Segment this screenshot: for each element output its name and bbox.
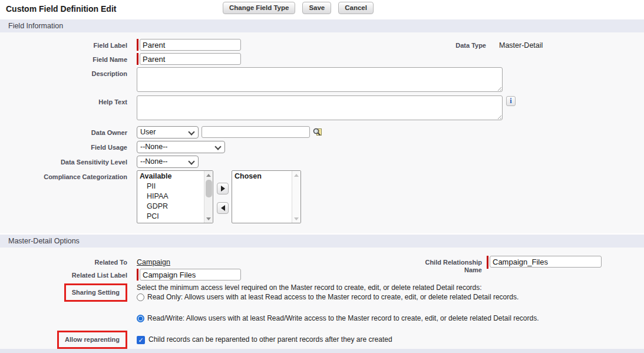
related-to-row: Related To Campaign Child Relationship N… — [0, 256, 644, 266]
related-list-label-label: Related List Label — [0, 269, 132, 279]
cancel-button[interactable]: Cancel — [338, 2, 374, 14]
field-label-row: Field Label Data Type Master-Detail — [0, 39, 644, 51]
allow-reparenting-checkbox[interactable]: ✓ — [137, 336, 145, 344]
data-owner-type-select-wrap: User — [137, 126, 199, 138]
scroll-down-icon[interactable] — [204, 215, 213, 223]
related-to-label: Related To — [0, 256, 132, 266]
data-sensitivity-label: Data Sensitivity Level — [0, 156, 132, 166]
description-row: Description — [0, 67, 644, 92]
scroll-up-icon[interactable] — [204, 171, 213, 179]
master-detail-options-section: Related To Campaign Child Relationship N… — [0, 248, 644, 349]
description-textarea[interactable] — [137, 67, 503, 92]
master-detail-options-section-header: Master-Detail Options — [0, 235, 644, 248]
right-arrow-icon — [221, 186, 225, 192]
sharing-setting-label: Sharing Setting — [72, 289, 120, 296]
help-text-label: Help Text — [0, 95, 132, 106]
data-sensitivity-row: Data Sensitivity Level --None-- — [0, 156, 644, 168]
change-field-type-button[interactable]: Change Field Type — [223, 2, 295, 14]
available-group-header: Available — [137, 171, 204, 182]
available-option-pii[interactable]: PII — [137, 182, 204, 192]
data-type-value: Master-Detail — [499, 39, 543, 50]
compliance-categorization-label: Compliance Categorization — [0, 170, 132, 181]
child-relationship-name-input[interactable] — [490, 256, 602, 268]
field-name-row: Field Name — [0, 53, 644, 65]
data-sensitivity-select-wrap: --None-- — [137, 156, 199, 168]
page-header: Custom Field Definition Edit Change Fiel… — [0, 0, 644, 18]
scroll-up-icon — [292, 171, 301, 179]
required-marker — [137, 39, 138, 51]
page-title: Custom Field Definition Edit — [6, 4, 116, 14]
header-button-group: Change Field Type Save Cancel — [223, 2, 374, 14]
available-option-hipaa[interactable]: HIPAA — [137, 192, 204, 202]
read-write-radio[interactable] — [137, 315, 144, 322]
scrollbar-thumb[interactable] — [206, 180, 212, 197]
chosen-scrollbar — [292, 171, 300, 223]
read-only-radio[interactable] — [137, 293, 144, 301]
field-name-input[interactable] — [140, 53, 241, 65]
read-only-option-label: Read Only: Allows users with at least Re… — [147, 293, 518, 302]
sharing-setting-description: Select the minimum access level required… — [137, 283, 539, 292]
info-icon[interactable]: i — [506, 96, 516, 106]
allow-reparenting-checkbox-label: Child records can be reparented to other… — [148, 335, 392, 344]
data-type-label: Data Type — [417, 39, 491, 50]
related-to-link[interactable]: Campaign — [137, 256, 170, 266]
field-usage-select-wrap: --None-- — [137, 141, 225, 153]
field-usage-label: Field Usage — [0, 141, 132, 151]
read-only-option: Read Only: Allows users with at least Re… — [137, 293, 539, 302]
description-label: Description — [0, 67, 132, 78]
available-option-gdpr[interactable]: GDPR — [137, 202, 204, 212]
data-owner-search-input[interactable] — [202, 126, 310, 138]
required-marker — [137, 269, 138, 281]
move-right-button[interactable] — [217, 183, 229, 194]
required-marker — [487, 256, 488, 269]
move-left-button[interactable] — [217, 202, 229, 214]
sharing-setting-annotation-box: Sharing Setting — [64, 283, 127, 302]
field-label-input[interactable] — [140, 39, 241, 51]
data-owner-row: Data Owner User — [0, 126, 644, 138]
compliance-available-listbox[interactable]: Available PII HIPAA GDPR PCI — [137, 170, 213, 223]
required-marker — [137, 53, 138, 65]
lookup-magnifier-icon[interactable] — [312, 127, 323, 137]
related-list-label-row: Related List Label — [0, 269, 644, 281]
save-button[interactable]: Save — [302, 2, 331, 14]
available-scrollbar[interactable] — [204, 171, 213, 223]
read-write-option-label: Read/Write: Allows users with at least R… — [147, 314, 539, 323]
field-usage-row: Field Usage --None-- — [0, 141, 644, 153]
related-list-label-input[interactable] — [140, 269, 241, 281]
field-usage-select[interactable]: --None-- — [137, 141, 225, 153]
available-option-pci[interactable]: PCI — [137, 212, 204, 222]
allow-reparenting-annotation-box: Allow reparenting — [57, 331, 127, 349]
field-information-section: Field Label Data Type Master-Detail Fiel… — [0, 32, 644, 233]
next-section-bar — [0, 349, 644, 353]
allow-reparenting-row: Allow reparenting ✓ Child records can be… — [0, 331, 644, 349]
chosen-group-header: Chosen — [232, 171, 292, 182]
sharing-setting-row: Sharing Setting Select the minimum acces… — [0, 283, 644, 323]
read-write-option: Read/Write: Allows users with at least R… — [137, 314, 539, 323]
compliance-chosen-listbox[interactable]: Chosen — [232, 170, 301, 223]
compliance-categorization-row: Compliance Categorization Available PII … — [0, 170, 644, 223]
field-name-label: Field Name — [0, 53, 132, 64]
help-text-textarea[interactable] — [137, 95, 503, 120]
help-text-row: Help Text i — [0, 95, 644, 120]
field-information-section-header: Field Information — [0, 19, 644, 32]
data-owner-label: Data Owner — [0, 126, 132, 137]
scroll-down-icon — [292, 215, 301, 223]
left-arrow-icon — [221, 205, 225, 211]
custom-field-definition-edit-page: Custom Field Definition Edit Change Fiel… — [0, 0, 644, 353]
data-sensitivity-select[interactable]: --None-- — [137, 156, 199, 168]
field-label-label: Field Label — [0, 39, 132, 50]
allow-reparenting-label: Allow reparenting — [65, 336, 120, 343]
listbox-move-buttons — [217, 183, 229, 214]
data-owner-type-select[interactable]: User — [137, 126, 199, 138]
